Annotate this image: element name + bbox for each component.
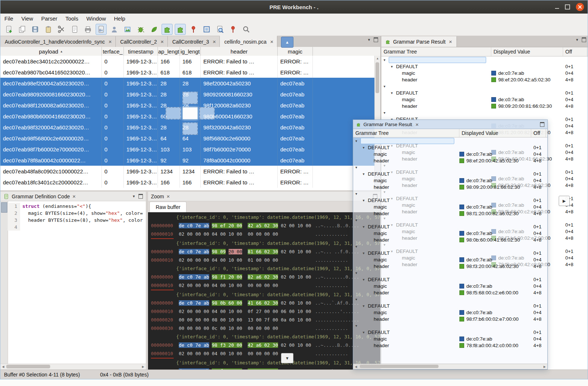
- tree-item-row[interactable]: ▾: [353, 137, 547, 144]
- parse-result-icon[interactable]: [162, 24, 173, 35]
- hex-row[interactable]: 00000000de c0 7e ab 98 ef 20 00 42 a5 02…: [148, 221, 380, 230]
- scroll-right-icon[interactable]: ▶: [140, 364, 146, 370]
- cut-icon[interactable]: [56, 24, 67, 35]
- table-row[interactable]: dec07eab98f7b60002e70000020…01969-12-3…1…: [0, 144, 375, 155]
- tree-field-row-magic[interactable]: magicde:c0:7e:ab0+4: [353, 230, 547, 236]
- tree-field-row-magic[interactable]: magicde:c0:7e:ab0+4: [381, 70, 588, 76]
- ghost-hscrollbar[interactable]: ◀ ▶: [353, 364, 547, 369]
- tree-node-row[interactable]: ▾DEFAULT0+1: [353, 329, 547, 335]
- tree-field-row-header[interactable]: header98:f1:20:00:82:a6:02:304+8: [353, 210, 547, 217]
- tree-field-row-magic[interactable]: magicde:c0:7e:ab0+4: [353, 256, 547, 263]
- menu-parser[interactable]: Parser: [37, 14, 61, 23]
- hex-row[interactable]: 00000000de c0 7e ab 98 0b 60 00 41 66 02…: [148, 299, 380, 307]
- hex-row[interactable]: 00000000de c0 7e ab 98 f1 20 00 82 a6 02…: [148, 273, 380, 281]
- table-row[interactable]: dec07eab18fc3401c2c20000022…01969-12-3…1…: [0, 177, 375, 188]
- chevron-down-icon[interactable]: ▾: [391, 91, 396, 95]
- chevron-down-icon[interactable]: ▾: [355, 324, 360, 328]
- frame-view-icon[interactable]: [201, 24, 212, 35]
- dock-target-center[interactable]: [182, 107, 198, 120]
- hex-row[interactable]: 0000001002 00 00 00 04 00 10 00 00 00 00…: [148, 281, 380, 290]
- minimize-icon[interactable]: [555, 8, 559, 9]
- hex-row[interactable]: 00000000de c0 7e ab 98 f3 20 00 42 a6 02…: [148, 341, 380, 349]
- hex-row[interactable]: 00000000de c0 7e ab 98 f5 68 00 c2 e6 00…: [148, 367, 380, 370]
- menu-help[interactable]: Help: [110, 14, 129, 23]
- tree-field-row-header[interactable]: header98:f3:20:00:42:a6:02:304+8: [353, 263, 547, 269]
- hex-row[interactable]: 00000000de c0 7e ab 98 09 20 00 81 66 02…: [148, 247, 380, 256]
- print-icon[interactable]: [82, 24, 93, 35]
- column-header-ap_lengt[interactable]: ap_lengt: [158, 47, 180, 56]
- search-icon[interactable]: [241, 24, 252, 35]
- tab-close-icon[interactable]: ×: [212, 38, 217, 45]
- tab-callcontroller_2[interactable]: CallController_2×: [116, 36, 168, 47]
- run-parser-icon[interactable]: [148, 24, 159, 35]
- column-header-displayed-value[interactable]: Displayed Value: [491, 47, 563, 56]
- save-icon[interactable]: [30, 24, 41, 35]
- hex-row[interactable]: 0000001002 00 00 00 04 00 10 00 01 00 00…: [148, 256, 380, 264]
- tree-field-row-header[interactable]: header98:f5:68:00:c2:e6:00:004+8: [353, 289, 547, 296]
- dock-edge-bottom-indicator[interactable]: ▼: [281, 353, 293, 363]
- code-hscrollbar[interactable]: ◀ ▶: [0, 364, 146, 370]
- tree-field-row-header[interactable]: header98:09:20:00:81:66:02:304+8: [381, 103, 588, 109]
- scroll-right-icon[interactable]: ▶: [542, 364, 547, 370]
- tree-field-row-header[interactable]: header98:0b:60:00:41:66:02:304+8: [353, 236, 547, 243]
- chevron-down-icon[interactable]: ▾: [384, 111, 389, 115]
- chevron-down-icon[interactable]: ▾: [355, 165, 360, 169]
- tree-item-row[interactable]: ▾: [381, 109, 588, 116]
- hex-row[interactable]: 0000001002 00 00 00 04 00 10 00 00 00 00…: [148, 230, 380, 239]
- tree-item-row[interactable]: ▾: [353, 296, 547, 302]
- hex-row[interactable]: 0000003000 00 00 00 0c 00 10 00 00 00 00…: [148, 324, 380, 332]
- float-panel-icon[interactable]: [540, 122, 544, 127]
- chevron-down-icon[interactable]: ▾: [355, 192, 360, 196]
- column-header-grammar-tree[interactable]: Grammar Tree: [353, 129, 459, 137]
- chevron-down-icon[interactable]: ▾: [363, 277, 368, 282]
- chevron-down-icon[interactable]: ▾: [363, 172, 368, 176]
- close-panel-icon[interactable]: ×: [415, 121, 419, 128]
- ghost-window[interactable]: Grammar Parse Result × Grammar TreeDispl…: [353, 120, 548, 370]
- chevron-down-icon[interactable]: ▾: [384, 58, 389, 62]
- panel-menu-icon[interactable]: ▾: [576, 37, 578, 42]
- tree-item-row[interactable]: ▾: [353, 322, 547, 329]
- pin-icon[interactable]: [188, 24, 199, 35]
- tab-audiocontroller_1_handlevocoderinfo_sync[interactable]: AudioController_1_handleVocoderInfo_sync…: [0, 36, 116, 47]
- scroll-left-icon[interactable]: ◀: [0, 364, 6, 370]
- code-line[interactable]: 1struct (endianness="<"){: [8, 203, 146, 210]
- dock-target-top[interactable]: [182, 92, 198, 104]
- dock-target-right[interactable]: [199, 107, 215, 120]
- chevron-down-icon[interactable]: ▾: [363, 198, 368, 202]
- chevron-down-icon[interactable]: ▾: [363, 304, 368, 308]
- tree-field-row-magic[interactable]: magicde:c0:7e:ab0+4: [353, 283, 547, 289]
- chevron-down-icon[interactable]: ▾: [363, 330, 368, 334]
- tab-grammar-parse-result[interactable]: Grammar Parse Result ×: [381, 36, 457, 47]
- scroll-up-icon[interactable]: ▲: [375, 56, 380, 61]
- chevron-down-icon[interactable]: ▾: [355, 245, 360, 249]
- chevron-down-icon[interactable]: ▾: [363, 146, 368, 150]
- column-header-displayed-value[interactable]: Displayed Value: [459, 129, 531, 137]
- chevron-down-icon[interactable]: ▾: [363, 251, 368, 255]
- parse-all-icon[interactable]: [175, 24, 186, 35]
- open-copy-icon[interactable]: [16, 24, 27, 35]
- tab-callcontroller_3[interactable]: CallController_3×: [168, 36, 220, 47]
- code-line[interactable]: 4: [8, 224, 146, 231]
- tree-field-row-magic[interactable]: magicde:c0:7e:ab0+4: [353, 177, 547, 184]
- chevron-down-icon[interactable]: ▾: [355, 271, 360, 275]
- image-view-icon[interactable]: [122, 24, 133, 35]
- maximize-icon[interactable]: [565, 4, 570, 10]
- tree-node-row[interactable]: ▾DEFAULT0+1: [353, 197, 547, 203]
- column-header-ig_lengt[interactable]: ig_lengt: [180, 47, 201, 56]
- tree-field-row-header[interactable]: header98:09:20:00:81:66:02:304+8: [353, 184, 547, 190]
- menu-window[interactable]: Window: [82, 14, 110, 23]
- hex-row[interactable]: 0000001002 00 00 00 04 00 10 00 00 00 00…: [148, 349, 380, 359]
- ghost-titlebar[interactable]: Grammar Parse Result ×: [353, 120, 547, 129]
- tree-node-row[interactable]: ▾DEFAULT0+1: [381, 89, 588, 96]
- menu-tools[interactable]: Tools: [62, 14, 82, 23]
- table-row[interactable]: dec07eab78f8a00042c0000022…01969-12-3…92…: [0, 155, 375, 166]
- tree-field-row-header[interactable]: header98:f7:b6:00:02:e7:00:004+8: [353, 316, 547, 322]
- code-line[interactable]: 2 magic BYTES(size=(4), show="hex", colo…: [8, 210, 146, 217]
- code-line[interactable]: 3 header BYTES(size=(8), show="hex", col…: [8, 217, 146, 224]
- new-file-icon[interactable]: [3, 24, 14, 35]
- tree-node-row[interactable]: ▾DEFAULT0+1: [381, 63, 588, 70]
- tree-item-row[interactable]: ▾: [353, 243, 547, 250]
- table-row[interactable]: dec07eab18ec3401c2c20000022…01969-12-3…1…: [0, 56, 375, 67]
- column-header-payload[interactable]: payload▲: [0, 47, 102, 56]
- tree-field-row-magic[interactable]: magicde:c0:7e:ab0+4: [381, 96, 588, 103]
